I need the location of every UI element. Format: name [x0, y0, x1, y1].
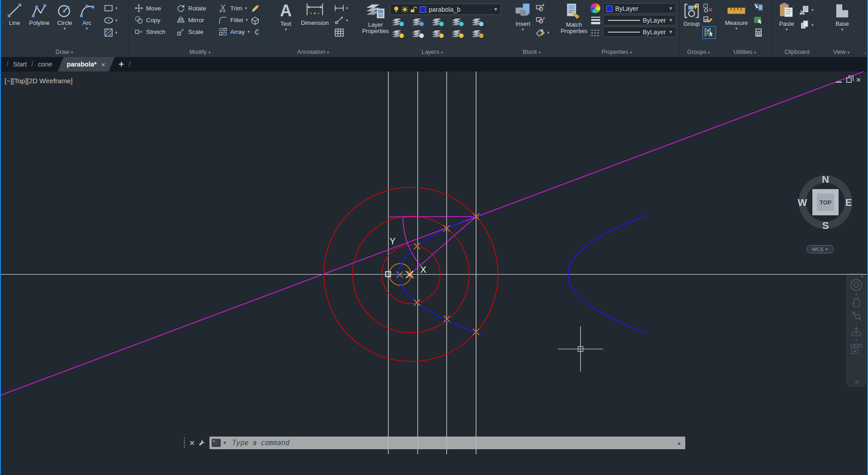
- groups-panel-label[interactable]: Groups ▾: [680, 48, 717, 55]
- group-selection-toggle[interactable]: [702, 26, 716, 39]
- circle-button[interactable]: Circle ▾: [54, 2, 75, 30]
- ungroup-button[interactable]: [702, 2, 716, 14]
- magenta-arc[interactable]: [403, 217, 421, 266]
- layer-unisolate-icon[interactable]: [411, 29, 425, 41]
- paste-flyout-caret[interactable]: ▾: [786, 28, 788, 31]
- array-button[interactable]: Array▾: [218, 27, 250, 36]
- measure-flyout-caret[interactable]: ▾: [735, 27, 738, 30]
- command-history-toggle[interactable]: ▲: [677, 440, 682, 446]
- select-similar-button[interactable]: [753, 14, 764, 26]
- command-bar-grip[interactable]: [183, 437, 186, 449]
- arc-flyout-caret[interactable]: ▾: [86, 27, 88, 30]
- layer-dropdown-caret[interactable]: ▼: [491, 7, 501, 12]
- circle-flyout-caret[interactable]: ▾: [64, 27, 66, 30]
- close-tab-icon[interactable]: ×: [101, 61, 105, 68]
- define-attributes-button[interactable]: ▾: [535, 26, 550, 38]
- base-flyout-caret[interactable]: ▾: [841, 28, 844, 31]
- rectangle-button[interactable]: ▾: [103, 2, 118, 14]
- new-tab-button[interactable]: +: [119, 59, 124, 70]
- box-3d-button[interactable]: [250, 15, 260, 25]
- scale-button[interactable]: Scale: [176, 27, 204, 36]
- dimension-button[interactable]: Dimension: [298, 2, 332, 26]
- modify-panel-label[interactable]: Modify ▾: [129, 48, 271, 55]
- group-button[interactable]: Group: [682, 2, 702, 27]
- compass-east[interactable]: E: [845, 197, 852, 208]
- leader-button[interactable]: ▾: [334, 14, 348, 26]
- drawing-canvas[interactable]: YX: [0, 71, 868, 475]
- match-properties-button[interactable]: Match Properties: [560, 2, 588, 34]
- compass-north[interactable]: N: [822, 174, 829, 185]
- fillet-button[interactable]: Fillet▾: [218, 15, 248, 24]
- command-bar-close-icon[interactable]: ✕: [189, 439, 195, 447]
- drawing-area[interactable]: YX [−][Top][2D Wireframe] × TOP N S W E …: [0, 71, 868, 475]
- layer-on-all-icon[interactable]: [391, 29, 405, 41]
- ucs-y-label[interactable]: Y: [389, 236, 395, 246]
- copy-button[interactable]: Copy: [134, 15, 161, 24]
- layer-off-icon[interactable]: [391, 17, 405, 29]
- ucs-x-label[interactable]: X: [420, 265, 426, 275]
- edit-block-button[interactable]: [535, 14, 550, 26]
- insert-flyout-caret[interactable]: ▾: [522, 28, 524, 31]
- restore-icon[interactable]: [846, 77, 852, 83]
- color-wheel-button[interactable]: [590, 3, 601, 14]
- erase-button[interactable]: [250, 4, 260, 14]
- quick-calc-button[interactable]: [753, 26, 764, 38]
- layer-match-icon[interactable]: [471, 29, 484, 41]
- layer-make-current-icon[interactable]: [471, 17, 484, 29]
- measure-button[interactable]: Measure ▾: [722, 2, 750, 30]
- trim-button[interactable]: Trim▾: [218, 4, 247, 13]
- polyline-button[interactable]: Polyline: [26, 2, 52, 26]
- command-input[interactable]: ▼ Type a command ▲: [209, 437, 685, 449]
- magenta-horizontal-segment[interactable]: [389, 217, 476, 217]
- cube-face-top[interactable]: TOP: [820, 199, 832, 206]
- view-cube[interactable]: TOP N S W E: [797, 174, 854, 231]
- paste-button[interactable]: Paste ▾: [777, 2, 797, 31]
- rotate-button[interactable]: Rotate: [176, 4, 206, 13]
- layer-thaw-all-icon[interactable]: [431, 29, 445, 41]
- wcs-selector[interactable]: WCS▼: [806, 245, 834, 253]
- dim-linear-button[interactable]: ▾: [334, 2, 348, 14]
- line-button[interactable]: Line: [4, 2, 25, 26]
- lineweight-button[interactable]: [590, 15, 601, 26]
- viewport-controls[interactable]: [−][Top][2D Wireframe]: [5, 77, 72, 85]
- create-block-button[interactable]: [535, 2, 550, 14]
- magenta-diagonal-line[interactable]: [0, 71, 868, 396]
- linetype-dropdown[interactable]: ByLayer ▼: [603, 27, 676, 37]
- quick-select-button[interactable]: [753, 2, 764, 14]
- text-flyout-caret[interactable]: ▾: [285, 28, 287, 31]
- cut-button[interactable]: ▾: [799, 4, 814, 16]
- ellipse-button[interactable]: ▾: [103, 14, 118, 26]
- close-icon[interactable]: ×: [856, 77, 861, 83]
- draw-panel-label[interactable]: Draw ▾: [0, 48, 128, 55]
- base-button[interactable]: Base ▾: [831, 2, 853, 31]
- offset-button[interactable]: [250, 27, 260, 37]
- text-button[interactable]: A Text ▾: [276, 2, 296, 31]
- layers-panel-label[interactable]: Layers ▾: [355, 48, 509, 55]
- table-button[interactable]: [334, 26, 348, 38]
- insert-button[interactable]: Insert ▾: [512, 2, 533, 31]
- compass-south[interactable]: S: [822, 220, 829, 231]
- file-tab-start[interactable]: Start: [13, 61, 27, 68]
- mirror-button[interactable]: Mirror: [176, 15, 204, 24]
- navbar-collapse-icon[interactable]: ⊖: [855, 379, 859, 385]
- pan-hand-icon[interactable]: [850, 297, 862, 309]
- layer-isolate-icon[interactable]: [411, 17, 425, 29]
- linetype-button[interactable]: [590, 28, 601, 39]
- layer-properties-button[interactable]: Layer Properties: [361, 2, 389, 34]
- properties-panel-label[interactable]: Properties ▾: [554, 48, 679, 55]
- copy-clip-button[interactable]: ▾: [799, 19, 814, 31]
- minimize-icon[interactable]: [836, 81, 842, 83]
- object-color-dropdown[interactable]: ByLayer ▼: [603, 3, 676, 14]
- stretch-button[interactable]: Stretch: [134, 27, 166, 36]
- layer-dropdown[interactable]: parabola_b ▼: [390, 4, 501, 15]
- zoom-icon[interactable]: [850, 309, 862, 321]
- file-tab-cone[interactable]: cone: [38, 61, 52, 68]
- recent-commands-caret[interactable]: ▼: [223, 441, 227, 445]
- layer-unlock-icon[interactable]: [451, 29, 465, 41]
- layer-lock-icon[interactable]: [451, 17, 465, 29]
- ribbon-minimize-caret[interactable]: ⌄: [863, 50, 867, 55]
- command-prompt-icon[interactable]: [212, 439, 221, 447]
- navigation-bar[interactable]: ✕ ▾ + ▾ ⊖: [847, 273, 866, 386]
- lineweight-dropdown[interactable]: ByLayer ▼: [603, 15, 676, 25]
- show-motion-icon[interactable]: [849, 343, 863, 356]
